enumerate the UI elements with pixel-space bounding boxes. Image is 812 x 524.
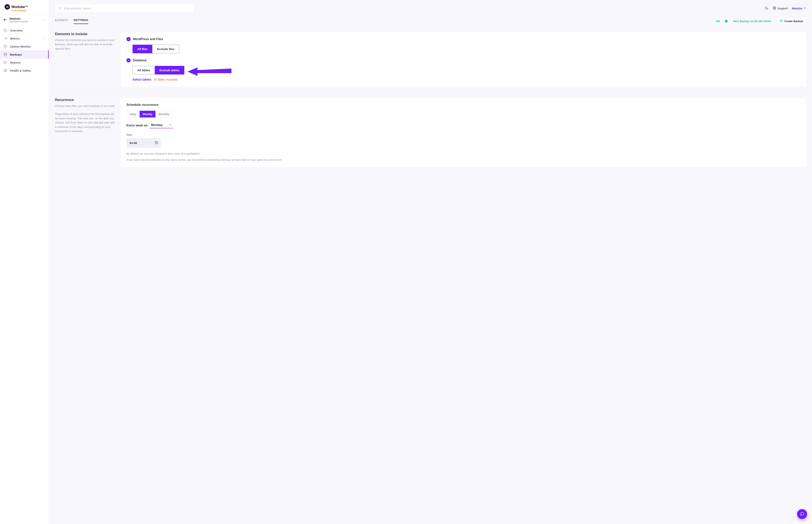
svg-line-22 [774,9,774,9]
seg-all-files[interactable]: All files [133,45,152,53]
create-backup-button[interactable]: Create Backup [777,17,806,25]
nav-uptime[interactable]: Uptime Monitor [0,43,49,50]
nav-reports[interactable]: Reports [0,59,49,66]
gauge-icon [3,45,7,48]
recurrence-pill-group: Daily Weekly Monthly [127,111,173,118]
context-sub: Standard websites [10,20,29,23]
svg-point-10 [4,62,4,63]
content: Elements to include Choose the elements … [49,25,812,524]
topbar: Support Modular [49,0,812,15]
database-icon [780,19,783,23]
sidebar: ModularDS Early Adopter Modular Standard… [0,0,49,524]
svg-point-11 [4,63,4,64]
svg-line-20 [775,9,776,9]
elements-card: WordPress and Files All files Exclude fi… [121,32,806,86]
create-backup-label: Create Backup [784,20,803,23]
svg-line-19 [774,7,774,7]
support-label: Support [778,7,788,10]
svg-point-13 [5,70,5,70]
moon-icon [765,6,768,11]
pill-monthly[interactable]: Monthly [155,111,172,117]
search-box[interactable] [55,4,194,13]
hour-input[interactable]: 03:00 [127,138,161,148]
nav-label: Health & Safety [10,69,31,72]
chevron-down-icon[interactable] [43,18,45,21]
wp-check-row[interactable]: WordPress and Files [127,37,800,41]
every-week-label: Every week on [127,124,148,127]
recurrence-card: Schedule recurrence Daily Weekly Monthly… [121,98,806,167]
logo-suffix: DS [26,5,28,7]
hour-label: Hour [127,133,800,136]
recurrence-desc1: Choose how often you want backups to be … [55,104,116,108]
day-select[interactable]: Monday [150,122,173,128]
chat-icon [800,512,804,517]
db-check-row[interactable]: Database [127,58,800,63]
user-menu[interactable]: Modular [792,6,806,10]
tab-settings[interactable]: SETTINGS [73,18,88,24]
elements-title: Elements to include [55,32,116,36]
database-icon [3,52,7,56]
nav-health[interactable]: Health & Safety [0,66,49,75]
lifebuoy-icon [773,6,777,11]
search-icon [58,6,62,10]
next-backup: Next Backup on 5d 16h 23min [733,20,771,23]
logo: ModularDS Early Adopter [0,0,49,14]
nav-label: Metrics [10,37,20,40]
chevron-down-icon [169,124,172,127]
pill-weekly[interactable]: Weekly [139,111,155,117]
status-on-label: ON [716,20,720,23]
tables-seg-group: All tables Exclude tables [133,66,800,75]
schedule-title: Schedule recurrence [127,103,800,107]
support-link[interactable]: Support [773,6,788,11]
svg-point-12 [4,69,7,72]
logo-text: Modular [12,5,25,9]
nav-label: Overview [10,29,23,32]
user-name: Modular [792,7,802,10]
list-icon [3,61,7,64]
svg-point-23 [780,20,782,20]
seg-all-tables[interactable]: All tables [133,66,155,75]
pill-daily[interactable]: Daily [127,111,139,117]
main: Support Modular ACTIVITY SETTINGS ON Nex… [49,0,812,524]
svg-line-21 [775,7,776,7]
back-arrow-icon[interactable] [3,18,7,22]
pie-chart-icon [3,29,7,32]
backup-toggle[interactable] [722,19,728,23]
nav-overview[interactable]: Overview [0,26,49,34]
chevron-down-icon [43,37,45,40]
section-elements: Elements to include Choose the elements … [55,30,806,92]
svg-point-18 [774,7,775,9]
svg-point-15 [59,7,61,9]
theme-toggle[interactable] [765,6,768,11]
logo-tagline: Early Adopter [12,9,45,12]
svg-point-9 [4,61,4,62]
nav-label: Uptime Monitor [10,45,31,48]
recurrence-title: Recurrence [55,98,116,102]
logo-mark-icon [4,4,10,10]
tables-excluded-note: (0 Tables excluded) [154,78,178,81]
day-value: Monday [151,124,163,127]
chevron-down-icon [803,6,806,10]
seg-exclude-tables[interactable]: Exclude tables [155,66,184,75]
hour-value: 03:00 [130,141,137,145]
nav-metrics[interactable]: Metrics [0,34,49,43]
chat-fab[interactable] [797,509,807,519]
clock-icon [155,141,158,145]
search-input[interactable] [64,7,190,10]
trend-icon [3,36,7,40]
seg-exclude-files[interactable]: Exclude files [152,45,179,53]
tz-note: By default we use your browser's time zo… [127,152,800,156]
nav-label: Backups [10,53,22,56]
db-label: Database [133,59,147,62]
tab-activity[interactable]: ACTIVITY [55,18,68,24]
context-name: Modular [10,17,29,20]
section-recurrence: Recurrence Choose how often you want bac… [55,92,806,173]
svg-line-16 [61,9,61,9]
smiley-icon [3,68,7,72]
context-selector[interactable]: Modular Standard websites [0,14,49,26]
select-tables-link[interactable]: Select tables [133,78,151,81]
files-seg-group: All files Exclude files [133,45,800,53]
nav-label: Reports [10,61,21,64]
nav-backups[interactable]: Backups [0,50,49,59]
elements-desc: Choose the elements you want to include … [55,38,116,51]
